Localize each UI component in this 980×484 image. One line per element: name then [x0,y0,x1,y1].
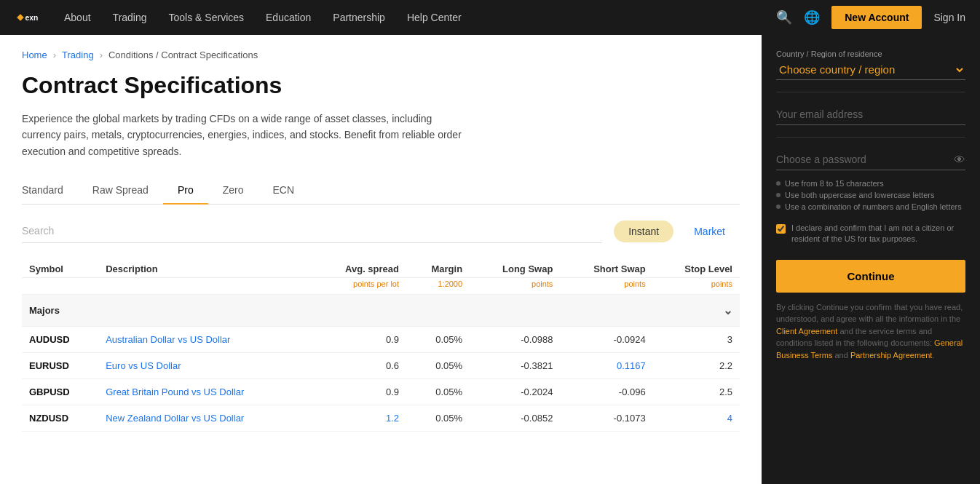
nav-help-center[interactable]: Help Center [407,12,462,23]
breadcrumb-sep-2: › [100,49,103,60]
breadcrumb: Home › Trading › Conditions / Contract S… [22,49,740,60]
toggle-password-icon[interactable]: 👁 [954,154,965,167]
nav-right: 🔍 🌐 New Account Sign In [776,6,965,29]
cell-spread-nzdusd: 1.2 [311,405,406,432]
subheader-short-swap: points [560,278,652,295]
hint-dot-3 [776,205,781,209]
nav-trading[interactable]: Trading [113,12,147,23]
password-hints: Use from 8 to 15 characters Use both upp… [776,179,965,214]
hint-text-2: Use both uppercase and lowercase letters [785,191,934,199]
partnership-agreement-link[interactable]: Partnership Agreement [850,351,933,360]
tax-declaration-checkbox[interactable] [776,224,786,234]
nav-tools-services[interactable]: Tools & Services [169,12,244,23]
subheader-symbol [22,278,98,295]
hint-text-1: Use from 8 to 15 characters [785,179,884,188]
page-title: Contract Specifications [22,72,740,99]
cell-margin-gbpusd: 0.05% [406,379,470,405]
subheader-spread: points per lot [311,278,406,295]
cell-long-swap-audusd: -0.0988 [470,327,560,353]
hint-case: Use both uppercase and lowercase letters [776,191,965,199]
subheader-margin: 1:2000 [406,278,470,295]
content-area: Home › Trading › Conditions / Contract S… [0,35,762,484]
col-long-swap: Long Swap [470,258,560,278]
table-header-row: Symbol Description Avg. spread Margin Lo… [22,258,740,278]
group-chevron-majors: ⌄ [653,295,740,327]
top-navigation: exness About Trading Tools & Services Ed… [0,0,980,35]
password-input[interactable] [776,149,965,170]
account-type-tabs: Standard Raw Spread Pro Zero ECN [22,177,740,205]
right-panel: Country / Region of residence Choose cou… [762,35,980,484]
cell-margin-eurusd: 0.05% [406,353,470,379]
sign-in-button[interactable]: Sign In [933,12,965,23]
tax-declaration-row: I declare and confirm that I am not a ci… [776,223,965,245]
hint-length: Use from 8 to 15 characters [776,179,965,188]
subheader-desc [98,278,311,295]
cell-stop-level-eurusd: 2.2 [653,353,740,379]
group-name-majors: Majors [22,295,653,327]
hint-numbers: Use a combination of numbers and English… [776,202,965,211]
nav-about[interactable]: About [64,12,91,23]
breadcrumb-current: Conditions / Contract Specifications [108,49,258,60]
cell-stop-level-audusd: 3 [653,327,740,353]
cell-short-swap-audusd: -0.0924 [560,327,652,353]
col-avg-spread: Avg. spread [311,258,406,278]
table-row: GBPUSD Great Britain Pound vs US Dollar … [22,379,740,405]
divider-2 [776,137,965,138]
cell-short-swap-gbpusd: -0.096 [560,379,652,405]
client-agreement-link[interactable]: Client Agreement [776,327,837,336]
hint-text-3: Use a combination of numbers and English… [785,202,962,211]
cell-margin-audusd: 0.05% [406,327,470,353]
cell-desc-audusd[interactable]: Australian Dollar vs US Dollar [98,327,311,353]
breadcrumb-trading[interactable]: Trading [62,49,94,60]
search-filter-row: Instant Market [22,219,740,243]
cell-desc-nzdusd[interactable]: New Zealand Dollar vs US Dollar [98,405,311,432]
search-input[interactable] [22,219,602,243]
cell-spread-gbpusd: 0.9 [311,379,406,405]
cell-spread-eurusd: 0.6 [311,353,406,379]
table-subheader-row: points per lot 1:2000 points points poin… [22,278,740,295]
panel-footer: By clicking Continue you confirm that yo… [776,301,965,362]
main-layout: Home › Trading › Conditions / Contract S… [0,35,980,484]
cell-desc-gbpusd[interactable]: Great Britain Pound vs US Dollar [98,379,311,405]
globe-icon-button[interactable]: 🌐 [804,9,820,25]
hint-dot-2 [776,193,781,197]
tab-pro[interactable]: Pro [163,177,208,205]
tax-declaration-label: I declare and confirm that I am not a ci… [791,223,965,245]
col-stop-level: Stop Level [653,258,740,278]
cell-symbol-eurusd: EURUSD [22,353,98,379]
nav-partnership[interactable]: Partnership [333,12,385,23]
hint-dot-1 [776,181,781,186]
filter-market[interactable]: Market [679,221,740,242]
tab-raw-spread[interactable]: Raw Spread [78,177,163,205]
breadcrumb-sep-1: › [53,49,56,60]
breadcrumb-home[interactable]: Home [22,49,47,60]
new-account-button[interactable]: New Account [831,6,922,29]
tab-ecn[interactable]: ECN [258,177,309,205]
cell-symbol-nzdusd: NZDUSD [22,405,98,432]
cell-desc-eurusd[interactable]: Euro vs US Dollar [98,353,311,379]
nav-links: About Trading Tools & Services Education… [64,12,776,23]
continue-button[interactable]: Continue [776,260,965,293]
divider-1 [776,92,965,92]
group-row-majors[interactable]: Majors ⌄ [22,295,740,327]
tab-zero[interactable]: Zero [208,177,258,205]
svg-text:exness: exness [25,14,38,22]
search-icon-button[interactable]: 🔍 [776,9,792,25]
tab-standard[interactable]: Standard [22,177,78,205]
cell-symbol-audusd: AUDUSD [22,327,98,353]
country-select[interactable]: Choose country / region [776,60,965,80]
cell-long-swap-eurusd: -0.3821 [470,353,560,379]
col-margin: Margin [406,258,470,278]
cell-long-swap-nzdusd: -0.0852 [470,405,560,432]
cell-short-swap-eurusd: 0.1167 [560,353,652,379]
filter-instant[interactable]: Instant [614,221,673,242]
logo[interactable]: exness [15,10,42,25]
page-description: Experience the global markets by trading… [22,111,473,159]
cell-spread-audusd: 0.9 [311,327,406,353]
table-row: AUDUSD Australian Dollar vs US Dollar 0.… [22,327,740,353]
nav-education[interactable]: Education [266,12,311,23]
contract-specs-table: Symbol Description Avg. spread Margin Lo… [22,258,740,432]
col-short-swap: Short Swap [560,258,652,278]
email-input[interactable] [776,104,965,125]
cell-stop-level-nzdusd: 4 [653,405,740,432]
